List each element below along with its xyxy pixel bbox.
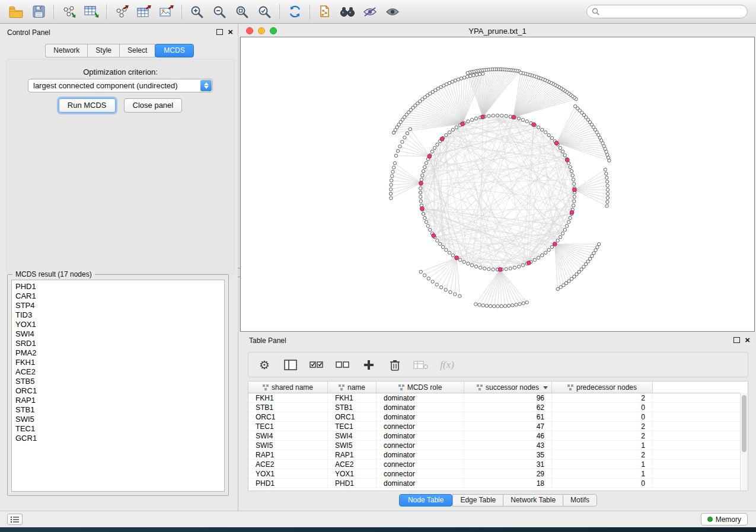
column-sort-dropdown-icon[interactable] <box>543 386 548 389</box>
tab-motifs[interactable]: Motifs <box>563 494 597 507</box>
show-columns-icon[interactable] <box>283 357 298 373</box>
mcds-result-item[interactable]: FKH1 <box>15 358 224 367</box>
close-panel-button[interactable]: Close panel <box>124 98 183 113</box>
save-icon[interactable] <box>27 2 50 21</box>
column-header-shared-name[interactable]: shared name <box>248 382 328 393</box>
add-column-icon[interactable] <box>361 357 377 373</box>
mcds-result-item[interactable]: TID3 <box>15 310 224 320</box>
mcds-result-item[interactable]: SWI5 <box>15 415 224 424</box>
tab-edge-table[interactable]: Edge Table <box>452 494 503 507</box>
mcds-result-item[interactable]: CAR1 <box>15 291 224 301</box>
show-details-icon[interactable] <box>381 2 404 21</box>
table-row[interactable]: PHD1 PHD1 dominator 18 0 <box>248 479 748 488</box>
table-row[interactable]: STB1 STB1 dominator 62 0 <box>248 403 748 412</box>
column-header-mcds-role[interactable]: MCDS role <box>377 382 464 393</box>
mcds-result-item[interactable]: STP4 <box>15 301 224 310</box>
cell-successor-nodes: 35 <box>464 450 552 460</box>
column-header-predecessor-nodes[interactable]: predecessor nodes <box>552 382 653 393</box>
zoom-fit-icon[interactable] <box>231 2 253 21</box>
import-network-icon[interactable] <box>58 2 80 21</box>
tab-select[interactable]: Select <box>119 44 155 57</box>
mcds-result-item[interactable]: GCR1 <box>15 434 224 443</box>
cell-mcds-role: dominator <box>377 403 464 412</box>
tab-mcds[interactable]: MCDS <box>155 44 193 57</box>
hide-details-icon[interactable] <box>359 2 381 21</box>
mcds-result-item[interactable]: SRD1 <box>15 339 224 348</box>
export-table-icon[interactable] <box>133 2 155 21</box>
cell-name: ORC1 <box>328 412 377 422</box>
table-row[interactable]: ORC1 ORC1 dominator 61 0 <box>248 412 748 422</box>
cell-successor-nodes: 47 <box>464 422 552 431</box>
mcds-result-item[interactable]: ORC1 <box>15 386 224 396</box>
export-network-icon[interactable] <box>110 2 133 21</box>
search-network-icon[interactable] <box>336 2 359 21</box>
refresh-icon[interactable] <box>283 2 306 21</box>
toolbar-separator <box>181 4 182 20</box>
clone-network-icon[interactable] <box>314 2 336 21</box>
column-header-successor-nodes[interactable]: successor nodes <box>464 382 552 393</box>
zoom-selected-icon[interactable] <box>253 2 276 21</box>
mcds-result-item[interactable]: STB5 <box>15 377 224 386</box>
table-row[interactable]: SWI4 SWI4 dominator 46 2 <box>248 431 748 441</box>
table-scrollbar-thumb[interactable] <box>742 395 747 452</box>
toolbar-separator <box>279 4 280 20</box>
network-canvas[interactable] <box>240 37 755 332</box>
delete-column-icon[interactable] <box>387 357 403 373</box>
main-toolbar <box>0 0 756 24</box>
cell-predecessor-nodes: 0 <box>552 412 653 422</box>
zoom-out-icon[interactable] <box>208 2 231 21</box>
table-row[interactable]: YOX1 YOX1 connector 29 1 <box>248 469 748 479</box>
mcds-result-item[interactable]: ACE2 <box>15 367 224 377</box>
cell-mcds-role: dominator <box>377 412 464 422</box>
table-row[interactable]: RAP1 RAP1 dominator 35 2 <box>248 450 748 460</box>
tab-node-table[interactable]: Node Table <box>399 494 453 507</box>
cell-successor-nodes: 18 <box>464 479 552 488</box>
search-input[interactable] <box>602 6 747 18</box>
attribute-icon <box>398 384 404 390</box>
open-folder-icon[interactable] <box>5 2 27 21</box>
mcds-result-item[interactable]: YOX1 <box>15 320 224 329</box>
memory-button[interactable]: Memory <box>701 513 748 525</box>
select-all-icon[interactable] <box>309 357 324 373</box>
export-image-icon[interactable] <box>155 2 178 21</box>
cell-shared-name: TEC1 <box>248 422 328 431</box>
mcds-result-item[interactable]: PMA2 <box>15 348 224 358</box>
close-table-panel-icon[interactable]: × <box>745 336 750 344</box>
tab-style[interactable]: Style <box>87 44 119 57</box>
mcds-result-item[interactable]: STB1 <box>15 405 224 415</box>
import-table-icon[interactable] <box>80 2 103 21</box>
tab-network-table[interactable]: Network Table <box>503 494 563 507</box>
task-history-button[interactable] <box>7 514 23 525</box>
mcds-result-item[interactable]: RAP1 <box>15 396 224 405</box>
zoom-in-icon[interactable] <box>186 2 208 21</box>
cell-mcds-role: connector <box>377 422 464 431</box>
run-mcds-button[interactable]: Run MCDS <box>59 98 116 113</box>
table-row[interactable]: SWI5 SWI5 connector 43 1 <box>248 441 748 450</box>
deselect-all-icon[interactable] <box>335 357 350 373</box>
cell-predecessor-nodes: 0 <box>552 403 653 412</box>
table-settings-gear-icon[interactable]: ⚙ <box>257 357 272 373</box>
mcds-result-item[interactable]: PHD1 <box>15 282 224 291</box>
table-scrollbar[interactable] <box>740 393 748 491</box>
network-graph[interactable] <box>241 37 754 331</box>
cell-filler <box>653 431 748 441</box>
cell-name: FKH1 <box>328 393 377 403</box>
float-table-panel-icon[interactable] <box>733 337 740 343</box>
mcds-result-list[interactable]: PHD1CAR1STP4TID3YOX1SWI4SRD1PMA2FKH1ACE2… <box>11 280 225 492</box>
tab-network[interactable]: Network <box>45 44 87 57</box>
attribute-icon <box>263 384 269 390</box>
table-row[interactable]: ACE2 ACE2 connector 31 1 <box>248 460 748 469</box>
float-panel-icon[interactable] <box>216 29 223 35</box>
table-row[interactable]: FKH1 FKH1 dominator 96 2 <box>248 393 748 403</box>
cell-predecessor-nodes: 2 <box>552 431 653 441</box>
control-panel: Control Panel × Network Style Select MCD… <box>1 24 238 527</box>
mcds-result-item[interactable]: TEC1 <box>15 424 224 434</box>
cell-successor-nodes: 62 <box>464 403 552 412</box>
control-panel-title: Control Panel <box>7 28 50 37</box>
close-panel-icon[interactable]: × <box>228 28 233 36</box>
column-header-name[interactable]: name <box>328 382 377 393</box>
table-row[interactable]: TEC1 TEC1 connector 47 2 <box>248 422 748 431</box>
criterion-dropdown[interactable]: largest connected component (undirected) <box>28 79 213 92</box>
mcds-result-item[interactable]: SWI4 <box>15 329 224 339</box>
mcds-result-group: MCDS result (17 nodes) PHD1CAR1STP4TID3Y… <box>7 274 229 496</box>
